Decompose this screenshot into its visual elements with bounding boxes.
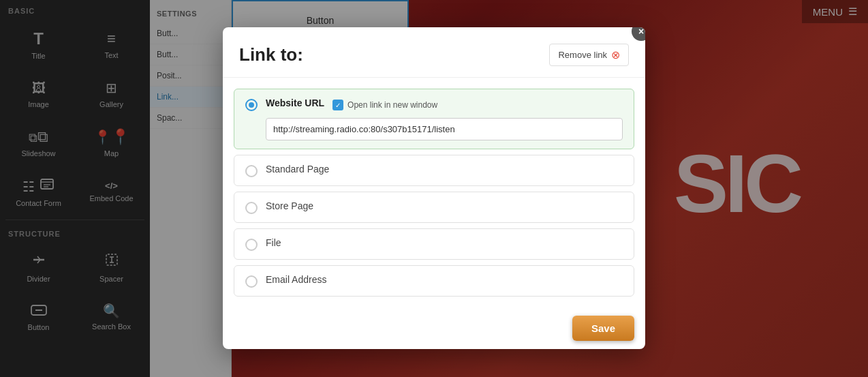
remove-link-label: Remove link (558, 50, 607, 60)
link-option-website-url[interactable]: Website URL ✓ Open link in new window (234, 89, 634, 149)
modal-footer: Save (223, 307, 645, 349)
email-label: Email Address (266, 274, 623, 285)
link-option-email-address[interactable]: Email Address (234, 265, 634, 297)
radio-store-page[interactable] (245, 202, 258, 214)
url-input[interactable] (266, 118, 623, 140)
store-page-content: Store Page (266, 200, 623, 211)
website-url-title: Website URL (266, 97, 324, 108)
file-label: File (266, 237, 623, 248)
radio-website-url[interactable] (245, 99, 258, 111)
remove-link-icon: ⊗ (611, 48, 620, 61)
website-url-header: Website URL ✓ Open link in new window (266, 97, 623, 112)
new-window-checkbox-row[interactable]: ✓ Open link in new window (332, 100, 437, 110)
modal-title: Link to: (239, 44, 303, 65)
store-page-label: Store Page (266, 200, 623, 211)
remove-link-button[interactable]: Remove link ⊗ (549, 44, 629, 66)
file-content: File (266, 237, 623, 248)
website-url-content: Website URL ✓ Open link in new window (266, 97, 623, 140)
new-window-checkbox[interactable]: ✓ (332, 100, 343, 110)
standard-page-content: Standard Page (266, 164, 623, 175)
save-button[interactable]: Save (572, 316, 634, 341)
modal-body: Website URL ✓ Open link in new window St… (223, 78, 645, 307)
new-window-label: Open link in new window (347, 100, 437, 110)
link-option-standard-page[interactable]: Standard Page (234, 155, 634, 186)
radio-email-address[interactable] (245, 275, 258, 288)
link-option-file[interactable]: File (234, 228, 634, 260)
close-icon: × (638, 27, 644, 37)
radio-standard-page[interactable] (245, 165, 258, 177)
link-modal: × Link to: Remove link ⊗ Website URL ✓ O… (223, 27, 645, 349)
link-option-store-page[interactable]: Store Page (234, 192, 634, 223)
standard-page-label: Standard Page (266, 164, 623, 175)
modal-overlay: × Link to: Remove link ⊗ Website URL ✓ O… (0, 0, 868, 377)
email-content: Email Address (266, 274, 623, 285)
radio-file[interactable] (245, 239, 258, 251)
modal-header: Link to: Remove link ⊗ (223, 27, 645, 78)
